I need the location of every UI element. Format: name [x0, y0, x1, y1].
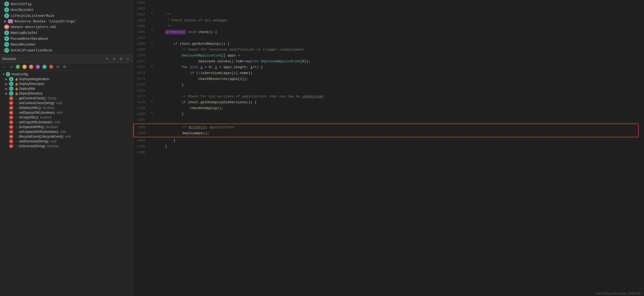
code-line: 1467 [133, 35, 644, 41]
settings-button[interactable]: ⚙ [118, 56, 124, 62]
node-label: DeployWar [19, 87, 35, 91]
c-class-icon: C [9, 87, 13, 91]
file-tree-item-passwduserdatabase[interactable]: C PasswdUserDatabase [0, 36, 133, 42]
code-line: 1483 deployApps(); [134, 130, 638, 136]
tree-node-setdeployxml[interactable]: m ↔ setDeployXML(boolean) : void [0, 110, 133, 115]
sort-button[interactable]: ≡ [104, 56, 110, 62]
file-tree-item-resourcebundle[interactable]: ▶ 📦 Resource Bundle 'LocalStrings' [0, 19, 133, 24]
sort-asc-button[interactable]: ↓ [2, 64, 7, 70]
line-content: /** [155, 12, 644, 17]
tree-node-iscopyxml[interactable]: m ↔ isCopyXML() : boolean [0, 115, 133, 120]
m-method-icon: m [9, 120, 13, 124]
tree-node-isdeployxml[interactable]: m ↔ isDeployXML() : boolean [0, 105, 133, 110]
code-editor[interactable]: 1461 1462 1463 /** 1464 * Check status o… [133, 0, 644, 296]
line-content: */ [155, 24, 644, 29]
g-filter-button[interactable]: G [15, 64, 21, 70]
tree-node-setcontextclass[interactable]: m ↔ setContextClass(String) : void [0, 101, 133, 105]
line-number: 1470 [133, 53, 149, 58]
x-filter-button[interactable]: ✕ [35, 64, 41, 70]
m-method-icon: m [9, 96, 13, 100]
node-type: : void [52, 120, 60, 124]
tree-node-root[interactable]: ▼ C HostConfig [0, 72, 133, 77]
file-tree-item-setallpropertiesrule[interactable]: C SetAllPropertiesRule [0, 47, 133, 53]
tree-node-deploy-war[interactable]: ▶ C 🔒 DeployWar [0, 86, 133, 91]
p-filter-button[interactable]: P [22, 64, 27, 70]
lock-icon: ↔ [15, 96, 18, 100]
sort-num-button[interactable]: ↓2 [8, 64, 14, 70]
close-button[interactable]: ✕ [125, 56, 131, 62]
code-line: 1473 if (!isServiced(apps[i].name)) [133, 70, 644, 76]
line-content: DeployedApplication[] apps = [155, 53, 644, 58]
f-filter-button[interactable]: f [28, 64, 34, 70]
structure-panel: Structure ≡ ⇅ ⚙ ✕ ↓ ↓2 G P f ✕ [0, 55, 133, 296]
line-number: 1480 [133, 112, 149, 117]
o-filter-button[interactable]: ● [42, 64, 47, 70]
tree-node-deploy-directory[interactable]: ▶ C 🔒 DeployDirectory [0, 91, 133, 96]
lock-icon: 🔒 [15, 82, 18, 86]
tree-node-getcontextclass[interactable]: m ↔ getContextClass() : String [0, 96, 133, 101]
line-number: 1484 [133, 138, 149, 143]
line-content: } [155, 112, 644, 117]
line-content: protected void check() { [155, 30, 644, 35]
file-tree-item-namingruleset[interactable]: C NamingRuleSet [0, 30, 133, 36]
node-label: DeployDescriptor [19, 82, 45, 86]
code-line: 1471 deployed.values().toArray(new Deplo… [133, 59, 644, 64]
c-icon: C [4, 2, 9, 6]
code-line: 1475 } [133, 82, 644, 88]
tree-node-setunpackwars[interactable]: m ↔ setUnpackWARs(boolean) : void [0, 129, 133, 134]
file-tree-item-mbeans-xml[interactable]: xml mbeans-descriptors.xml [0, 24, 133, 30]
line-content: checkResources(apps[i]); [155, 76, 644, 82]
code-line: 1481 [133, 117, 644, 123]
expand-arrow-icon: ▶ [5, 87, 9, 91]
tree-node-setcopyxml[interactable]: m ↔ setCopyXML(boolean) : void [0, 120, 133, 125]
pin2-button[interactable]: ⊠ [62, 64, 67, 70]
code-line: 1469 // Check for resources modification… [133, 47, 644, 53]
m-method-icon: m [9, 106, 13, 110]
line-gutter [149, 65, 155, 67]
lock-icon: ↔ [15, 135, 18, 138]
file-tree-item-hostconfig[interactable]: C HostConfig [0, 1, 133, 7]
code-line: 1461 [133, 0, 644, 6]
file-label: mbeans-descriptors.xml [11, 25, 57, 29]
m-method-icon: m [9, 115, 13, 120]
m-method-icon: m [9, 110, 13, 115]
line-number: 1481 [133, 117, 149, 123]
lock-icon: ↔ [15, 130, 18, 134]
tree-node-deploy-descriptor[interactable]: ▶ C 🔒 DeployDescriptor [0, 81, 133, 86]
tree-node-isserviced[interactable]: m ↔ isServiced(String) : boolean [0, 144, 133, 149]
tree-node-lifecycleevent[interactable]: m ↔ lifecycleEvent(LifecycleEvent) : voi… [0, 134, 133, 139]
tree-node-isunpackwars[interactable]: m ↔ isUnpackWARs() : boolean [0, 125, 133, 129]
c-icon: C [4, 13, 9, 18]
file-tree-item-hostruleset[interactable]: C HostRuleSet [0, 7, 133, 13]
tree-node-deployed-app[interactable]: ▶ C 🔒 DeployedApplication [0, 77, 133, 81]
code-line: 1465 */ [133, 23, 644, 29]
filter-button[interactable]: ⇅ [111, 56, 117, 62]
line-content: deployApps(); [155, 131, 638, 136]
node-type: : void [58, 130, 66, 134]
file-label: RealmRuleSet [11, 43, 36, 47]
file-tree-item-lifecyclelistenerrule[interactable]: C LifecycleListenerRule [0, 13, 133, 19]
line-number: 1476 [133, 88, 149, 93]
node-type: : void [63, 135, 71, 138]
node-label: getContextClass() [19, 96, 46, 100]
expand-arrow-icon: ▶ [5, 77, 9, 81]
lock-icon: ↔ [15, 111, 18, 114]
line-content: // Check for old versions of application… [155, 94, 644, 99]
node-label: HostConfig [11, 72, 28, 76]
file-tree-item-realmruleset[interactable]: C RealmRuleSet [0, 42, 133, 47]
line-number: 1472 [133, 65, 149, 70]
c-icon: C [4, 48, 9, 53]
structure-header-icons: ≡ ⇅ ⚙ ✕ [104, 56, 131, 62]
m-method-icon: m [9, 125, 13, 129]
pin-button[interactable]: ⊡ [55, 64, 61, 70]
expand-arrow-icon: ▶ [5, 82, 9, 86]
file-label: HostConfig [11, 2, 31, 6]
lock-icon: 🔒 [15, 87, 18, 91]
line-gutter [149, 30, 155, 32]
tree-node-addserviced[interactable]: m ↔ addServiced(String) : void [0, 139, 133, 144]
expand-arrow-icon: ▼ [2, 73, 6, 76]
line-number: 1485 [133, 144, 149, 149]
lambda-filter-button[interactable]: λ [48, 64, 54, 70]
code-line: 1462 [133, 6, 644, 12]
node-label: isServiced(String) [19, 144, 45, 148]
